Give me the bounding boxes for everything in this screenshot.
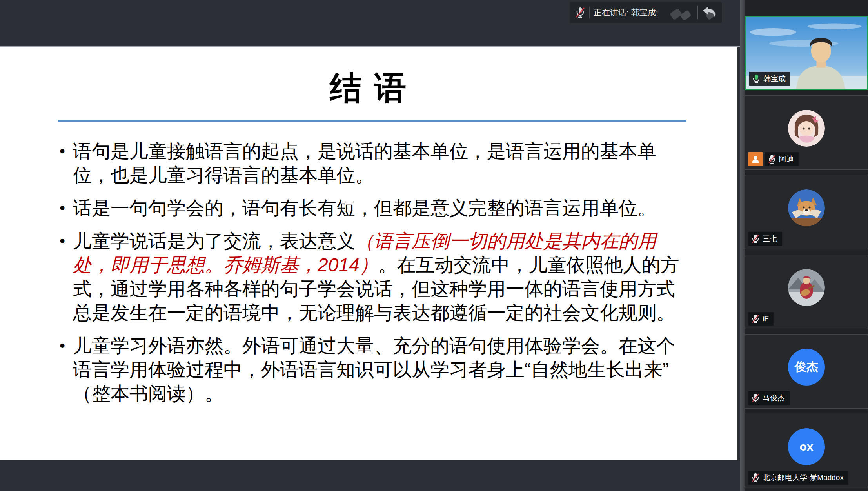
mic-muted-icon <box>752 393 759 403</box>
shared-screen-area: 正在讲话: 韩宝成; 结 语 <box>0 0 740 491</box>
title-underline <box>58 120 686 122</box>
participant-tile-hanbaocheng[interactable]: 韩宝成 <box>745 16 868 90</box>
avatar <box>788 269 825 306</box>
participant-tile-adi[interactable]: 阿迪 <box>745 95 868 170</box>
participant-footer: iF <box>748 312 774 326</box>
avatar-text: 俊杰 <box>795 359 818 375</box>
undo-arrow-icon[interactable] <box>701 5 718 20</box>
bullet-text: 儿童学习外语亦然。外语可通过大量、充分的语句使用体验学会。在这个语言学用体验过程… <box>73 335 675 404</box>
mic-muted-icon <box>574 7 587 18</box>
participant-name: 北京邮电大学-景Maddox <box>763 473 844 483</box>
avatar <box>788 110 825 147</box>
participant-footer: 三七 <box>748 232 782 246</box>
participant-tiles: 韩宝成 <box>745 16 868 488</box>
name-label: 北京邮电大学-景Maddox <box>748 471 848 485</box>
mic-muted-icon <box>752 314 759 324</box>
bullet-text: 儿童学说话是为了交流，表达意义 <box>73 231 355 251</box>
participant-name: 三七 <box>763 234 777 244</box>
bullet-item: 话是一句句学会的，语句有长有短，但都是意义完整的语言运用单位。 <box>60 196 690 220</box>
slide-canvas: 结 语 语句是儿童接触语言的起点，是说话的基本单位，是语言运用的基本单位，也是儿… <box>0 47 737 460</box>
bullet-text: 语句是儿童接触语言的起点，是说话的基本单位，是语言运用的基本单位，也是儿童习得语… <box>73 141 656 185</box>
participant-footer: 北京邮电大学-景Maddox <box>748 471 848 485</box>
name-label: iF <box>748 312 774 326</box>
participant-name: 韩宝成 <box>763 74 786 84</box>
sidebar-rail[interactable] <box>740 0 745 491</box>
annotation-arrows-icon[interactable] <box>670 5 695 20</box>
bottom-letterbox <box>0 461 740 491</box>
banner-divider <box>589 7 590 18</box>
participant-tile-if[interactable]: iF <box>745 255 868 329</box>
bullet-item: 儿童学说话是为了交流，表达意义（语言压倒一切的用处是其内在的用处，即用于思想。乔… <box>60 229 690 325</box>
attendee-badge-icon <box>748 152 763 166</box>
avatar-initials: ox <box>788 428 825 465</box>
name-label: 阿迪 <box>765 152 799 166</box>
avatar-text: ox <box>799 440 813 453</box>
mic-muted-icon <box>752 473 759 482</box>
presentation-slide: 结 语 语句是儿童接触语言的起点，是说话的基本单位，是语言运用的基本单位，也是儿… <box>0 47 737 460</box>
participants-sidebar: 韩宝成 <box>740 0 868 491</box>
bullet-item: 语句是儿童接触语言的起点，是说话的基本单位，是语言运用的基本单位，也是儿童习得语… <box>60 139 690 187</box>
name-label: 韩宝成 <box>749 72 790 86</box>
bullet-list: 语句是儿童接触语言的起点，是说话的基本单位，是语言运用的基本单位，也是儿童习得语… <box>0 139 690 406</box>
slide-title: 结 语 <box>0 70 737 105</box>
participant-footer: 阿迪 <box>748 152 799 166</box>
name-label: 三七 <box>748 232 782 246</box>
mic-muted-icon <box>752 234 759 244</box>
participant-name: iF <box>763 315 769 323</box>
avatar <box>788 189 825 226</box>
avatar-initials: 俊杰 <box>788 349 825 386</box>
meeting-top-bar: 正在讲话: 韩宝成; <box>0 0 740 47</box>
participant-footer: 马俊杰 <box>748 391 790 405</box>
mic-on-icon <box>752 74 760 84</box>
toolbar-divider <box>697 6 698 19</box>
meeting-window: 正在讲话: 韩宝成; 结 语 <box>0 0 868 491</box>
participant-footer: 韩宝成 <box>749 72 790 86</box>
name-label: 马俊杰 <box>748 391 790 405</box>
bullet-item: 儿童学习外语亦然。外语可通过大量、充分的语句使用体验学会。在这个语言学用体验过程… <box>60 334 690 406</box>
participant-tile-majunjie[interactable]: 俊杰 马俊杰 <box>745 334 868 409</box>
active-speaker-banner: 正在讲话: 韩宝成; <box>570 2 722 23</box>
mic-muted-icon <box>768 155 776 164</box>
participant-tile-maddox[interactable]: ox 北京邮电大学-景Maddox <box>745 414 868 488</box>
annotation-toolbar <box>670 5 718 20</box>
participant-tile-sanqi[interactable]: 三七 <box>745 175 868 249</box>
speaking-status-text: 正在讲话: 韩宝成; <box>594 7 658 18</box>
bullet-text: 话是一句句学会的，语句有长有短，但都是意义完整的语言运用单位。 <box>73 198 656 218</box>
participant-name: 阿迪 <box>779 154 794 164</box>
participant-name: 马俊杰 <box>763 393 785 403</box>
